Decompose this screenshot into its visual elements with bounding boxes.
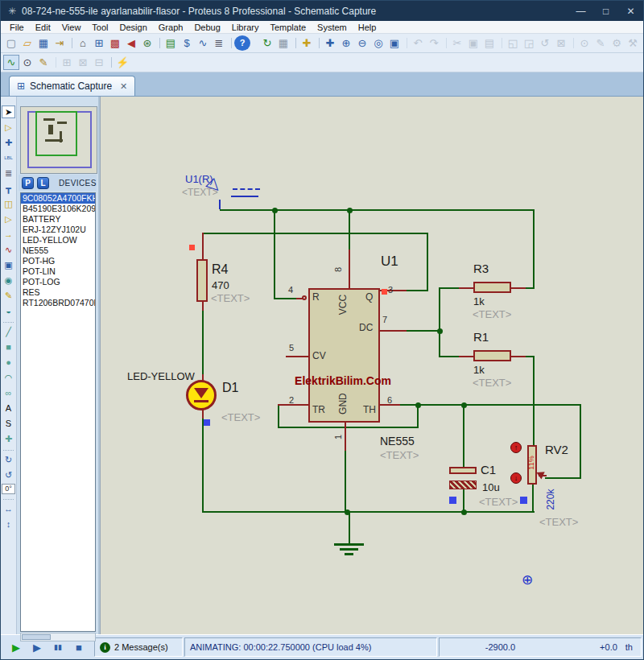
2d-marker-icon[interactable]: ✚ <box>2 432 15 445</box>
minimap-viewport[interactable] <box>35 111 77 156</box>
menu-item[interactable]: Help <box>353 23 382 32</box>
device-list-item[interactable]: LED-YELLOW <box>21 235 95 245</box>
device-list-item[interactable]: POT-LOG <box>21 277 95 287</box>
minimize-button[interactable]: — <box>568 1 593 21</box>
library-manager-button[interactable]: L <box>37 177 49 189</box>
active-popup-mode-icon[interactable]: ▣ <box>2 258 15 271</box>
2d-text-icon[interactable]: A <box>2 402 15 415</box>
tab-close-icon[interactable]: ✕ <box>120 81 127 92</box>
remove-sheet-icon[interactable]: ⊠ <box>75 55 91 70</box>
overview-minimap[interactable] <box>20 106 97 174</box>
zoom-area-icon[interactable]: ▣ <box>386 35 402 51</box>
close-button[interactable]: ✕ <box>618 1 643 21</box>
pcb-layout-icon[interactable]: ▩ <box>107 35 123 51</box>
new-sheet-icon[interactable]: ⊞ <box>59 55 75 70</box>
design-explorer-icon[interactable]: ▤ <box>163 35 179 51</box>
home-page-icon[interactable]: ⌂ <box>75 35 91 51</box>
buses-mode-icon[interactable]: ┳ <box>2 182 15 195</box>
2d-circle-icon[interactable]: ● <box>2 356 15 369</box>
import-project-icon[interactable]: ⇥ <box>52 35 68 51</box>
junction-dot-mode-icon[interactable]: ✚ <box>2 136 15 149</box>
maximize-button[interactable]: □ <box>593 1 618 21</box>
configure-icon[interactable]: ⚙ <box>609 35 625 51</box>
menu-item[interactable]: File <box>4 23 30 32</box>
tab-schematic-capture[interactable]: ⊞ Schematic Capture ✕ <box>9 76 135 96</box>
menu-item[interactable]: Debug <box>188 23 225 32</box>
origin-icon[interactable]: ✚ <box>299 35 315 51</box>
ground-icon[interactable] <box>334 543 364 546</box>
zoom-out-icon[interactable]: ⊖ <box>354 35 370 51</box>
project-settings-icon[interactable]: ⊛ <box>139 35 155 51</box>
selection-mode-icon[interactable]: ➤ <box>2 105 15 118</box>
menu-item[interactable]: System <box>312 23 353 32</box>
open-project-icon[interactable]: ▱ <box>19 35 35 51</box>
undo-icon[interactable]: ↶ <box>410 35 426 51</box>
zoom-all-icon[interactable]: ◎ <box>370 35 386 51</box>
rv2-decrease-button[interactable]: ↓ <box>510 472 522 484</box>
paste-icon[interactable]: ▤ <box>481 35 497 51</box>
current-probe-mode-icon[interactable]: ◒ <box>2 304 15 317</box>
refresh-icon[interactable]: ↻ <box>259 35 275 51</box>
copy-icon[interactable]: ▣ <box>465 35 481 51</box>
find-component-icon[interactable]: ⊙ <box>576 35 592 51</box>
help-icon[interactable]: ? <box>234 35 250 51</box>
property-assign-icon[interactable]: ✎ <box>592 35 609 51</box>
text-notes-icon[interactable]: ≣ <box>211 35 227 51</box>
rv2-increase-button[interactable]: ↑ <box>510 442 522 453</box>
voltage-probe-mode-icon[interactable]: ✎ <box>2 289 15 302</box>
menu-item[interactable]: Graph <box>153 23 189 32</box>
new-project-icon[interactable]: ▢ <box>3 35 19 51</box>
block-copy-icon[interactable]: ◱ <box>505 35 521 51</box>
device-list-item[interactable]: B45190E3106K209 <box>21 204 95 214</box>
devices-horizontal-scrollbar[interactable] <box>20 633 96 641</box>
cleanup-icon[interactable]: ⚒ <box>625 35 641 51</box>
block-delete-icon[interactable]: ⊠ <box>553 35 569 51</box>
zoom-in-icon[interactable]: ⊕ <box>338 35 354 51</box>
2d-arc-icon[interactable]: ◠ <box>2 371 15 384</box>
component-mode-icon[interactable]: ▷ <box>2 121 15 134</box>
rotate-cw-icon[interactable]: ↻ <box>2 453 15 466</box>
component-r4-resistor[interactable] <box>196 259 208 302</box>
pick-devices-button[interactable]: P <box>22 177 34 189</box>
menu-item[interactable]: Template <box>264 23 312 32</box>
property-assignment-icon[interactable]: ✎ <box>35 55 52 70</box>
block-rotate-icon[interactable]: ↺ <box>537 35 553 51</box>
save-project-icon[interactable]: ▦ <box>35 35 52 51</box>
component-c1-capacitor-plate-negative[interactable] <box>449 481 477 489</box>
device-list-item[interactable]: BATTERY <box>21 214 95 225</box>
goto-sheet-icon[interactable]: ⊟ <box>91 55 107 70</box>
simulate-icon[interactable]: ◀ <box>123 35 139 51</box>
text-script-mode-icon[interactable]: ≣ <box>2 167 15 179</box>
message-panel[interactable]: i 2 Message(s) <box>94 637 183 657</box>
2d-symbol-icon[interactable]: S <box>2 417 15 430</box>
cut-icon[interactable]: ✂ <box>449 35 465 51</box>
mirror-vertical-icon[interactable]: ↕ <box>2 518 15 530</box>
terminals-mode-icon[interactable]: ▷ <box>2 212 15 225</box>
subcircuit-mode-icon[interactable]: ◫ <box>2 197 15 210</box>
schematic-canvas[interactable]: ◁ ↑ ↓ <box>100 97 643 634</box>
block-move-icon[interactable]: ◲ <box>521 35 537 51</box>
bill-of-materials-icon[interactable]: $ <box>179 35 195 51</box>
device-list-item[interactable]: POT-LIN <box>21 266 95 277</box>
device-list-item[interactable]: 9C08052A4700FKHFT <box>21 193 95 204</box>
device-pins-mode-icon[interactable]: → <box>2 228 15 241</box>
device-list-item[interactable]: RT1206BRD07470RL <box>21 298 95 308</box>
2d-box-icon[interactable]: ■ <box>2 340 15 353</box>
redo-icon[interactable]: ↷ <box>426 35 442 51</box>
live-simulation-icon[interactable]: ⚡ <box>114 55 130 70</box>
component-r3-resistor[interactable] <box>473 282 511 293</box>
electrical-report-icon[interactable]: ∿ <box>195 35 211 51</box>
scrollbar-thumb[interactable] <box>22 634 51 640</box>
wire-autorouter-icon[interactable]: ∿ <box>3 55 19 70</box>
2d-line-icon[interactable]: ╱ <box>2 325 15 338</box>
menu-item[interactable]: Tool <box>86 23 114 32</box>
schematic-capture-icon[interactable]: ⊞ <box>91 35 107 51</box>
pan-icon[interactable]: ✚ <box>322 35 338 51</box>
graph-mode-icon[interactable]: ∿ <box>2 243 15 256</box>
generator-mode-icon[interactable]: ◉ <box>2 274 15 287</box>
2d-path-icon[interactable]: ∞ <box>2 386 15 399</box>
component-d1-led[interactable] <box>186 380 217 410</box>
rotate-ccw-icon[interactable]: ↺ <box>2 468 15 481</box>
angle-field[interactable]: 0° <box>2 484 15 494</box>
device-list-item[interactable]: NE555 <box>21 245 95 256</box>
